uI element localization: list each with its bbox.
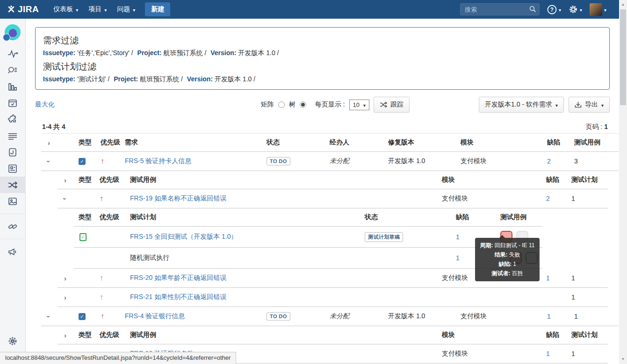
matrix-radio-label: 矩阵 (261, 100, 274, 109)
status-badge: 测试计划草稿 (365, 232, 403, 242)
issue-link[interactable]: FRS-21 如果性别不正确返回错误 (130, 293, 226, 300)
report-controls: 开发版本1.0 - 软件需求 导出 (479, 97, 610, 113)
expand-chevron-icon[interactable] (58, 274, 66, 282)
menu-dashboards[interactable]: 仪表板 (48, 0, 83, 19)
megaphone-icon[interactable] (0, 243, 26, 260)
matrix-radio[interactable] (278, 101, 285, 108)
svg-text:?: ? (550, 7, 554, 13)
requirement-row-frs5: FRS-5 验证持卡人信息 TO DO 未分配 开发版本 1.0 支付模块 2 … (41, 152, 619, 171)
issue-link[interactable]: FRS-5 验证持卡人信息 (125, 157, 191, 164)
expand-chevron-icon[interactable] (58, 293, 66, 301)
menu-issues[interactable]: 问题 (112, 0, 140, 19)
link-icon[interactable] (0, 218, 26, 235)
activity-icon[interactable] (0, 46, 26, 62)
search-list-icon[interactable] (0, 62, 26, 79)
pagination-row: 1-4 共 4 页码 :1 (42, 123, 608, 131)
jira-logo[interactable]: JIRA (7, 4, 39, 14)
bar-chart-icon[interactable] (0, 79, 26, 95)
testcase-count: 1 (574, 313, 578, 320)
defect-count-link[interactable]: 2 (547, 157, 551, 165)
text-lines-icon[interactable] (0, 128, 26, 144)
navbar-right: ? (460, 3, 606, 16)
vertical-scrollbar (619, 0, 627, 364)
create-button[interactable]: 新建 (145, 2, 170, 16)
testcase-row-frs21: FRS-21 如果性别不正确返回错误 1 (58, 288, 608, 307)
per-page-label: 每页显示 : (315, 100, 345, 109)
priority-high-icon (101, 312, 104, 320)
export-button[interactable]: 导出 (569, 97, 610, 113)
chevron-down-icon (363, 101, 366, 108)
assignee-value: 未分配 (330, 312, 349, 320)
report-dropdown[interactable]: 开发版本1.0 - 软件需求 (479, 97, 564, 113)
toolbar: 最大化 矩阵 树 每页显示 : 10 跟踪 (35, 97, 610, 113)
image-icon[interactable] (0, 193, 26, 209)
sidebar-settings-gear-icon[interactable] (0, 333, 26, 349)
defect-count-link[interactable]: 1 (546, 350, 550, 357)
result-count: 1-4 共 4 (42, 123, 65, 131)
help-menu[interactable]: ? (547, 5, 561, 14)
requirements-header-row: 类型 优先级 需求 状态 经办人 修复版本 模块 缺陷 测试用例 (41, 134, 619, 152)
defect-count-link[interactable]: 1 (546, 274, 550, 282)
collapse-all-chevron-icon[interactable] (41, 139, 50, 147)
defect-count-link[interactable]: 1 (456, 254, 460, 262)
defect-count-link[interactable]: 1 (456, 233, 460, 241)
issue-link[interactable]: FRS-15 全回归测试（开发版本 1.0） (130, 233, 237, 240)
requirements-table-continued: FRS-4 验证银行信息 TO DO 未分配 开发版本 1.0 支付模块 1 1 (41, 307, 619, 326)
issue-link[interactable]: FRS-20 如果年龄不正确返回错误 (130, 274, 226, 281)
chevron-down-icon (76, 6, 78, 13)
priority-medium-icon (100, 293, 103, 301)
maximize-link[interactable]: 最大化 (35, 100, 55, 109)
defect-count-link[interactable]: 1 (547, 313, 551, 320)
project-avatar-icon[interactable] (5, 24, 21, 40)
top-navbar: JIRA 仪表板 项目 问题 新建 ? (0, 0, 627, 19)
component-value: 支付模块 (442, 274, 468, 281)
collapse-all-chevron-icon[interactable] (58, 331, 66, 339)
test-run-tooltip: 周期:回归测试 - IE 11 结果:失败 缺陷:1 测试者:百胜 (475, 238, 540, 281)
admin-menu[interactable] (569, 5, 582, 14)
box-check-icon[interactable] (0, 95, 26, 111)
user-menu[interactable] (590, 3, 606, 16)
collapse-chevron-icon[interactable] (41, 313, 50, 321)
testcases-header-row: 类型 优先级 测试用例 模块 缺陷 测试计划 (58, 326, 608, 344)
track-button[interactable]: 跟踪 (374, 97, 410, 113)
issue-link[interactable]: FRS-19 如果名称不正确返回错误 (130, 194, 226, 202)
scroll-up-arrow-icon[interactable] (619, 1, 627, 8)
menu-projects[interactable]: 项目 (83, 0, 112, 19)
chevron-down-icon (104, 6, 107, 13)
view-controls: 矩阵 树 每页显示 : 10 跟踪 (261, 97, 410, 113)
per-page-select[interactable]: 10 (349, 100, 370, 110)
collapse-chevron-icon[interactable] (58, 195, 66, 203)
user-avatar (590, 3, 602, 16)
testplan-row-frs15: FRS-15 全回归测试（开发版本 1.0） 测试计划草稿 1 (74, 227, 542, 248)
card-icon[interactable] (0, 144, 26, 160)
jira-logo-text: JIRA (18, 4, 39, 14)
search-icon[interactable] (529, 6, 536, 13)
testplan-type-icon (79, 233, 86, 241)
tooltip-defect-line: 缺陷:1 (479, 259, 536, 269)
puzzle-icon[interactable] (0, 111, 26, 128)
shuffle-icon (380, 101, 387, 108)
contact-book-icon[interactable] (0, 160, 26, 177)
testplan-filter-title: 测试计划过滤 (43, 61, 602, 73)
testplan-count: 1 (571, 350, 575, 357)
requirement-filter-criteria: Issuetype: '任务','Epic','Story' / Project… (43, 49, 602, 57)
defect-count-link[interactable]: 2 (546, 195, 550, 202)
fix-version-value: 开发版本 1.0 (388, 157, 425, 164)
traceability-shuffle-icon[interactable] (0, 177, 26, 193)
tree-radio[interactable] (300, 101, 306, 108)
task-type-icon (79, 313, 86, 320)
priority-high-icon (100, 194, 103, 202)
testplan-count: 1 (571, 195, 575, 202)
gear-icon (569, 5, 578, 14)
chevron-down-icon (604, 6, 606, 13)
collapse-chevron-icon[interactable] (41, 157, 50, 165)
scroll-down-arrow-icon[interactable] (619, 356, 627, 363)
filter-panel: 需求过滤 Issuetype: '任务','Epic','Story' / Pr… (35, 27, 610, 90)
issue-link[interactable]: FRS-4 验证银行信息 (125, 312, 185, 320)
search-input[interactable] (460, 3, 540, 15)
sidebar-divider (0, 239, 26, 239)
scrollbar-thumb[interactable] (620, 9, 626, 105)
collapse-all-chevron-icon[interactable] (58, 176, 66, 184)
testplan-count: 1 (571, 274, 575, 282)
requirement-filter-title: 需求过滤 (43, 35, 602, 47)
